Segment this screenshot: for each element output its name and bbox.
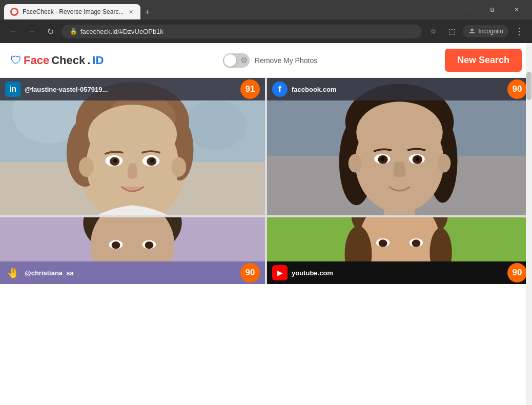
tab-close-button[interactable]: × <box>128 7 134 17</box>
address-text: facecheck.id/#DzvUeOPb1k <box>80 28 163 35</box>
result-card-instagram[interactable]: 🤚 @christiana_sa 90 <box>0 217 265 284</box>
svg-point-12 <box>88 105 177 164</box>
logo-dot: . <box>87 54 90 67</box>
facebook-icon: f <box>272 82 288 97</box>
incognito-icon <box>468 27 476 35</box>
privacy-toggle[interactable]: ⚙ <box>223 53 250 68</box>
svg-point-17 <box>113 159 117 163</box>
address-input[interactable]: 🔒 facecheck.id/#DzvUeOPb1k <box>62 25 422 38</box>
new-tab-button[interactable]: + <box>140 5 155 19</box>
shield-icon: 🛡 <box>10 54 22 67</box>
logo-face: Face <box>24 54 49 67</box>
refresh-button[interactable]: ↻ <box>43 24 57 38</box>
gear-icon: ⚙ <box>240 55 248 65</box>
facebook-username: facebook.com <box>292 86 507 93</box>
card-header-youtube: ▶ youtube.com 90 <box>267 261 532 284</box>
svg-point-36 <box>349 154 362 172</box>
instagram-icon: 🤚 <box>5 265 21 280</box>
svg-point-37 <box>437 154 451 172</box>
result-card-facebook[interactable]: f facebook.com 90 <box>267 78 532 215</box>
scrollbar-thumb[interactable] <box>526 72 531 100</box>
tab-area: FaceCheck - Reverse Image Searc... × + <box>4 0 155 19</box>
svg-point-35 <box>416 157 419 160</box>
header-center: ⚙ Remove My Photos <box>104 53 437 68</box>
back-button[interactable]: ← <box>6 24 21 38</box>
svg-point-44 <box>145 241 154 249</box>
svg-point-53 <box>412 239 421 247</box>
minimize-button[interactable]: — <box>456 2 479 17</box>
incognito-label: Incognito <box>478 28 503 35</box>
site-header: 🛡 FaceCheck.ID ⚙ Remove My Photos New Se… <box>0 43 532 78</box>
sidebar-button[interactable]: ⬚ <box>444 24 459 38</box>
title-bar: FaceCheck - Reverse Image Searc... × + —… <box>0 0 532 19</box>
logo-check: Check <box>51 54 85 67</box>
browser-chrome: FaceCheck - Reverse Image Searc... × + —… <box>0 0 532 43</box>
lock-icon: 🔒 <box>70 28 77 35</box>
scrollbar[interactable] <box>526 43 532 405</box>
tab-favicon <box>10 8 18 16</box>
active-tab[interactable]: FaceCheck - Reverse Image Searc... × <box>4 4 140 19</box>
svg-point-52 <box>379 239 387 247</box>
logo-id: ID <box>92 54 104 67</box>
svg-point-20 <box>171 157 186 176</box>
svg-point-19 <box>79 157 94 176</box>
toggle-thumb <box>224 54 236 67</box>
results-grid: in @faustine-vastel-057919... 91 <box>0 78 532 284</box>
card-header-instagram: 🤚 @christiana_sa 90 <box>0 261 265 284</box>
instagram-score: 90 <box>240 263 260 282</box>
toggle-container: ⚙ <box>223 53 250 68</box>
linkedin-icon: in <box>5 82 21 97</box>
svg-point-18 <box>150 159 154 163</box>
page-content: 🛡 FaceCheck.ID ⚙ Remove My Photos New Se… <box>0 43 532 405</box>
youtube-username: youtube.com <box>292 269 507 277</box>
instagram-username: @christiana_sa <box>25 269 240 277</box>
youtube-icon: ▶ <box>272 265 288 280</box>
tab-title: FaceCheck - Reverse Image Searc... <box>23 8 124 15</box>
card-header-linkedin: in @faustine-vastel-057919... 91 <box>0 78 265 100</box>
svg-point-3 <box>185 100 247 150</box>
facebook-score: 90 <box>507 79 527 99</box>
linkedin-score: 91 <box>240 79 260 99</box>
youtube-score: 90 <box>507 263 527 282</box>
address-bar: ← → ↻ 🔒 facecheck.id/#DzvUeOPb1k ☆ ⬚ Inc… <box>0 19 532 43</box>
svg-point-43 <box>112 241 120 249</box>
new-search-button[interactable]: New Search <box>445 49 522 72</box>
logo[interactable]: 🛡 FaceCheck.ID <box>10 54 104 67</box>
svg-point-29 <box>356 102 442 163</box>
svg-point-34 <box>381 157 384 160</box>
forward-button[interactable]: → <box>25 24 39 38</box>
incognito-indicator: Incognito <box>463 25 508 37</box>
restore-button[interactable]: ⧉ <box>481 2 503 17</box>
linkedin-username: @faustine-vastel-057919... <box>25 86 240 93</box>
result-card-linkedin[interactable]: in @faustine-vastel-057919... 91 <box>0 78 265 215</box>
card-header-facebook: f facebook.com 90 <box>267 78 532 100</box>
close-button[interactable]: ✕ <box>505 2 528 17</box>
bookmark-button[interactable]: ☆ <box>426 24 440 38</box>
result-card-youtube[interactable]: ▶ youtube.com 90 <box>267 217 532 284</box>
remove-photos-label[interactable]: Remove My Photos <box>255 56 317 65</box>
browser-menu-button[interactable]: ⋮ <box>513 24 526 39</box>
window-controls: — ⧉ ✕ <box>456 2 528 17</box>
